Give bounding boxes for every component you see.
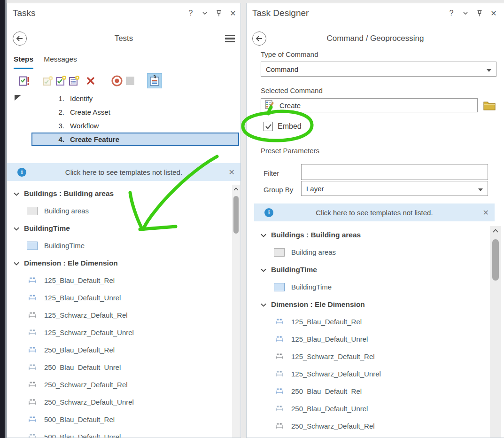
embed-checkbox-row[interactable]: Embed [264, 122, 302, 131]
stop-icon[interactable] [124, 74, 137, 88]
template-item-label: 125_Blau_Default_Unrel [44, 294, 121, 302]
template-group-header[interactable]: Buildings : Building areas [254, 226, 490, 243]
template-group-header[interactable]: BuildingTime [7, 219, 231, 237]
template-item[interactable]: 250_Blau_Default_Unrel [7, 359, 231, 376]
command-type-dropdown[interactable]: Command [261, 62, 496, 77]
group-by-dropdown[interactable]: Layer [301, 181, 488, 196]
menu-icon[interactable] [225, 35, 235, 43]
templates-info-bar[interactable]: i Click here to see templates not listed… [7, 163, 240, 181]
template-item-label: 250_Schwarz_Default_Rel [44, 381, 128, 389]
template-item[interactable]: 250_Blau_Default_Unrel [254, 400, 490, 417]
browse-folder-icon[interactable] [483, 100, 496, 110]
template-item[interactable]: 250_Blau_Default_Rel [254, 383, 490, 400]
template-group-header[interactable]: Dimension : Ele Dimension [7, 254, 231, 272]
info-close-icon[interactable]: ✕ [229, 168, 235, 177]
dim-blau-icon [27, 416, 38, 422]
template-group-header[interactable]: Dimension : Ele Dimension [254, 296, 490, 313]
scrollbar-thumb[interactable] [233, 196, 239, 234]
template-item[interactable]: BuildingTime [254, 278, 490, 296]
open-task-item-icon[interactable] [17, 74, 31, 88]
help-icon[interactable]: ? [187, 9, 194, 17]
step-row[interactable]: 2.Create Asset [31, 105, 239, 119]
template-item[interactable]: 250_Schwarz_Default_Rel [7, 376, 231, 393]
back-button[interactable] [13, 31, 27, 46]
type-of-command-label: Type of Command [261, 50, 318, 58]
template-item[interactable]: 125_Schwarz_Default_Rel [254, 348, 490, 365]
swatch-gray-icon [274, 248, 285, 257]
template-item[interactable]: Building areas [7, 202, 231, 219]
template-item-label: 250_Blau_Default_Unrel [44, 363, 121, 371]
scrollbar-thumb[interactable] [492, 239, 499, 281]
step-number: 1. [53, 94, 64, 102]
dim-mixed-icon [27, 364, 38, 370]
template-item-label: 250_Schwarz_Default_Rel [291, 422, 375, 430]
arcgis-pro-panels: Tasks ? ✕ Tests Steps Messages [0, 0, 504, 438]
new-task-icon[interactable] [54, 74, 67, 88]
template-list: Buildings : Building areasBuilding areas… [254, 226, 490, 438]
template-item[interactable]: 500_Blau_Default_Rel [7, 411, 231, 428]
preset-parameters-label: Preset Parameters [261, 147, 319, 155]
chevron-down-icon[interactable] [201, 9, 209, 17]
selected-command-input[interactable]: Create [261, 98, 478, 112]
steps-list: 1.Identify2.Create Asset3.Workflow4.Crea… [7, 92, 240, 146]
template-item[interactable]: 125_Schwarz_Default_Unrel [7, 324, 231, 341]
template-group-label: BuildingTime [271, 266, 317, 274]
template-item[interactable]: 250_Schwarz_Default_Unrel [7, 393, 231, 411]
template-list-scrollbar[interactable] [490, 226, 501, 438]
template-group-label: Buildings : Building areas [271, 231, 361, 239]
command-type-value: Command [266, 65, 298, 73]
template-group-header[interactable]: Buildings : Building areas [7, 185, 231, 202]
step-behavior-toggle-icon[interactable] [147, 73, 162, 88]
new-task-group-icon[interactable] [41, 74, 54, 88]
tab-steps[interactable]: Steps [14, 55, 33, 69]
embed-checkbox[interactable] [264, 122, 273, 131]
templates-info-bar[interactable]: i Click here to see templates not listed… [254, 203, 495, 221]
template-group-header[interactable]: BuildingTime [254, 261, 490, 278]
template-item[interactable]: 125_Schwarz_Default_Rel [7, 306, 231, 324]
record-icon[interactable] [110, 74, 124, 88]
step-row[interactable]: 4.Create Feature [31, 133, 239, 146]
scroll-up-icon[interactable] [232, 188, 240, 191]
close-icon[interactable]: ✕ [490, 9, 497, 17]
template-item[interactable]: Building areas [254, 243, 490, 261]
back-button[interactable] [252, 31, 266, 46]
template-item[interactable]: 125_Blau_Default_Rel [254, 313, 490, 330]
steps-divider [7, 153, 240, 153]
template-item[interactable]: 125_Blau_Default_Unrel [7, 289, 231, 306]
close-icon[interactable]: ✕ [229, 9, 237, 17]
template-item[interactable]: 250_Schwarz_Default_Unrel [254, 435, 490, 438]
template-item[interactable]: 125_Blau_Default_Unrel [254, 330, 490, 348]
template-item[interactable]: 250_Blau_Default_Rel [7, 341, 231, 359]
tab-messages[interactable]: Messages [44, 55, 77, 69]
template-list-scrollbar[interactable] [232, 185, 240, 438]
pin-icon[interactable] [215, 9, 223, 17]
template-item[interactable]: BuildingTime [7, 237, 231, 254]
filter-input[interactable] [301, 164, 488, 180]
delete-step-icon[interactable] [84, 74, 97, 88]
dim-schwarz-icon [274, 353, 285, 360]
template-item-label: BuildingTime [291, 283, 332, 291]
step-row[interactable]: 1.Identify [31, 92, 239, 105]
new-step-icon[interactable] [67, 74, 80, 88]
template-item[interactable]: 250_Schwarz_Default_Rel [254, 417, 490, 435]
task-designer-title: Task Designer [252, 8, 309, 18]
pin-icon[interactable] [476, 9, 483, 17]
dim-blau-icon [274, 336, 285, 342]
help-icon[interactable]: ? [448, 9, 455, 17]
template-item-label: 125_Schwarz_Default_Unrel [291, 370, 381, 378]
template-item[interactable]: 125_Schwarz_Default_Unrel [254, 365, 490, 383]
scroll-up-icon[interactable] [490, 229, 501, 233]
info-close-icon[interactable]: ✕ [483, 208, 489, 217]
step-number: 2. [53, 108, 64, 116]
swatch-gray-icon [27, 207, 38, 215]
dim-blau-icon [27, 347, 38, 353]
dim-schwarz-icon [27, 399, 38, 405]
step-row[interactable]: 3.Workflow [31, 119, 239, 133]
collapse-tree-icon[interactable] [15, 94, 22, 103]
template-item[interactable]: 125_Blau_Default_Rel [7, 272, 231, 289]
template-item-label: 250_Schwarz_Default_Unrel [44, 398, 134, 406]
chevron-down-icon [14, 189, 19, 198]
dim-blau-icon [27, 277, 38, 283]
template-item[interactable]: 500_Blau_Default_Unrel [7, 428, 231, 438]
chevron-down-icon[interactable] [462, 9, 469, 17]
